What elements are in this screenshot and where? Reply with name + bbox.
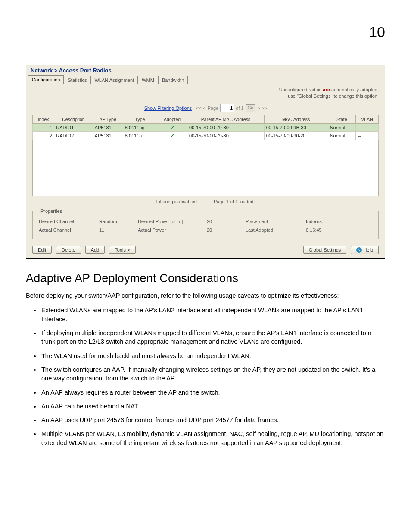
lead-paragraph: Before deploying your switch/AAP configu… — [26, 291, 385, 300]
radios-table: Index Description AP Type Type Adopted P… — [32, 115, 379, 140]
cell-parent: 00-15-70-00-79-30 — [187, 131, 265, 140]
tab-statistics[interactable]: Statistics — [64, 76, 90, 84]
actual-power-label: Actual Power — [138, 227, 207, 233]
notice-text: Unconfigured radios are automatically ad… — [26, 84, 385, 103]
table-row[interactable]: 1 RADIO1 AP5131 802.11bg ✔ 00-15-70-00-7… — [33, 123, 379, 131]
cell-adopted: ✔ — [157, 131, 187, 140]
add-button[interactable]: Add — [85, 246, 105, 254]
col-ap-type[interactable]: AP Type — [93, 115, 123, 123]
help-icon: ? — [356, 247, 362, 253]
notice-post: automatically adopted, — [330, 87, 379, 92]
tab-bar: Configuration Statistics WLAN Assignment… — [26, 75, 385, 84]
notice-pre: Unconfigured radios — [279, 87, 323, 92]
cell-mac: 00-15-70-00-9B-30 — [264, 123, 328, 131]
cell-type: 802.11a — [123, 131, 157, 140]
pager-prev[interactable]: << < — [196, 106, 206, 111]
col-mac[interactable]: MAC Address — [264, 115, 328, 123]
notice-line2: use "Global Settings" to change this opt… — [288, 93, 379, 99]
cell-index: 1 — [33, 123, 54, 131]
list-item: The switch configures an AAP. If manuall… — [40, 365, 385, 383]
cell-vlan: -- — [356, 131, 379, 140]
list-item: Extended WLANs are mapped to the AP's LA… — [40, 306, 385, 324]
edit-button[interactable]: Edit — [32, 246, 52, 254]
col-description[interactable]: Description — [54, 115, 93, 123]
last-adopted-label: Last Adopted — [246, 227, 306, 233]
breadcrumb: Network > Access Port Radios — [26, 65, 385, 75]
help-button[interactable]: ?Help — [351, 246, 379, 255]
desired-power-value: 20 — [207, 219, 246, 224]
col-vlan[interactable]: VLAN — [356, 115, 379, 123]
list-item: The WLAN used for mesh backhaul must alw… — [40, 352, 385, 360]
pager-next[interactable]: > >> — [257, 106, 267, 111]
show-filtering-link[interactable]: Show Filtering Options — [144, 106, 192, 111]
properties-group: Properties Desired Channel Random Desire… — [32, 208, 379, 239]
tab-wlan-assignment[interactable]: WLAN Assignment — [90, 76, 138, 84]
desired-power-label: Desired Power (dBm) — [138, 219, 207, 224]
page-status: Page 1 of 1 loaded. — [214, 199, 255, 204]
placement-value: Indoors — [306, 219, 345, 224]
cell-type: 802.11bg — [123, 123, 157, 131]
list-item: An AAP uses UDP port 24576 for control f… — [40, 416, 385, 424]
cell-aptype: AP5131 — [93, 131, 123, 140]
desired-channel-value: Random — [99, 219, 138, 224]
cell-desc: RADIO1 — [54, 123, 93, 131]
actual-channel-label: Actual Channel — [39, 227, 99, 233]
tab-bandwidth[interactable]: Bandwidth — [158, 76, 188, 84]
pager-page-input[interactable] — [220, 104, 234, 112]
cell-vlan: -- — [356, 123, 379, 131]
properties-legend: Properties — [39, 208, 64, 214]
cell-mac: 00-15-70-00-90-20 — [264, 131, 328, 140]
global-settings-button[interactable]: Global Settings — [303, 246, 347, 254]
pager-of: of 1 — [236, 106, 243, 111]
section-heading: Adaptive AP Deployment Considerations — [26, 272, 385, 285]
cell-state: Normal — [328, 123, 355, 131]
col-state[interactable]: State — [328, 115, 355, 123]
caveats-list: Extended WLANs are mapped to the AP's LA… — [26, 306, 385, 447]
pager-page-label: Page — [208, 106, 219, 111]
cell-desc: RADIO2 — [54, 131, 93, 140]
filter-status: Filtering is disabled — [156, 199, 197, 204]
table-empty-area — [32, 140, 379, 196]
placement-label: Placement — [246, 219, 306, 224]
list-item: Multiple VLANs per WLAN, L3 mobility, dy… — [40, 429, 385, 447]
list-item: An AAP can be used behind a NAT. — [40, 402, 385, 411]
cell-adopted: ✔ — [157, 123, 187, 131]
screenshot-panel: Network > Access Port Radios Configurati… — [26, 65, 385, 259]
cell-aptype: AP5131 — [93, 123, 123, 131]
table-row[interactable]: 2 RADIO2 AP5131 802.11a ✔ 00-15-70-00-79… — [33, 131, 379, 140]
list-item: An AAP always requires a router between … — [40, 388, 385, 397]
chapter-number: 10 — [369, 24, 385, 40]
help-label: Help — [363, 247, 373, 252]
button-bar: Edit Delete Add Tools > Global Settings … — [26, 243, 385, 259]
actual-power-value: 20 — [207, 227, 246, 233]
pager-go-button[interactable]: Go — [246, 104, 255, 112]
tab-configuration[interactable]: Configuration — [28, 75, 64, 84]
table-status: Filtering is disabled Page 1 of 1 loaded… — [26, 196, 385, 208]
col-type[interactable]: Type — [123, 115, 157, 123]
pager: << < Page of 1 Go > >> — [196, 104, 267, 112]
cell-parent: 00-15-70-00-79-30 — [187, 123, 265, 131]
delete-button[interactable]: Delete — [56, 246, 81, 254]
desired-channel-label: Desired Channel — [39, 219, 99, 224]
col-index[interactable]: Index — [33, 115, 54, 123]
last-adopted-value: 0:15:45 — [306, 227, 345, 233]
check-icon: ✔ — [170, 133, 174, 139]
actual-channel-value: 11 — [99, 227, 138, 233]
tab-wmm[interactable]: WMM — [138, 76, 158, 84]
check-icon: ✔ — [170, 124, 174, 131]
tools-button[interactable]: Tools > — [109, 246, 135, 254]
cell-index: 2 — [33, 131, 54, 140]
list-item: If deploying multiple independent WLANs … — [40, 329, 385, 346]
cell-state: Normal — [328, 131, 355, 140]
col-parent-mac[interactable]: Parent AP MAC Address — [187, 115, 265, 123]
notice-are: are — [323, 87, 330, 92]
col-adopted[interactable]: Adopted — [157, 115, 187, 123]
